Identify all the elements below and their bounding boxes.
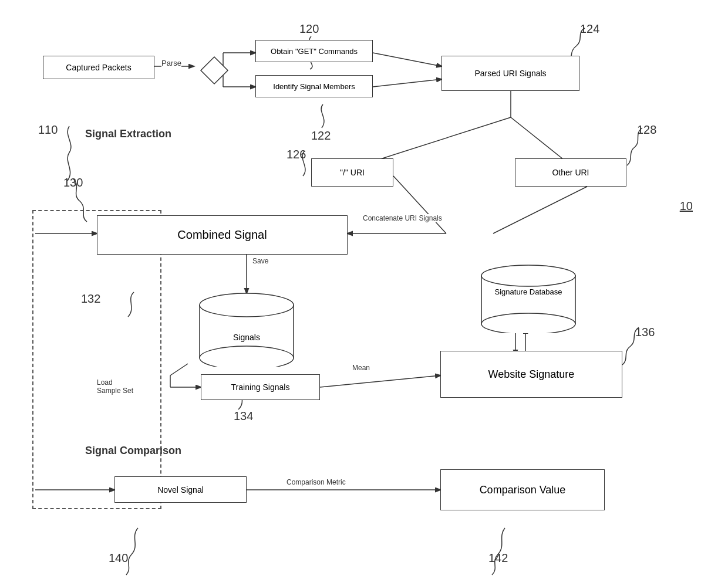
ref-124: 124 xyxy=(580,22,599,36)
training-signals-box: Training Signals xyxy=(201,374,320,400)
signals-cylinder: Signals xyxy=(194,290,299,367)
ref-120: 120 xyxy=(299,22,319,36)
slash-uri-label: "/" URI xyxy=(340,168,365,177)
obtain-get-box: Obtain "GET" Commands xyxy=(255,40,373,62)
combined-signal-box: Combined Signal xyxy=(97,215,348,255)
ref-126: 126 xyxy=(287,148,306,161)
svg-line-12 xyxy=(493,187,587,233)
ref-132: 132 xyxy=(81,292,100,306)
other-uri-box: Other URI xyxy=(515,158,626,187)
comparison-value-box: Comparison Value xyxy=(440,469,605,510)
signal-extraction-label: Signal Extraction xyxy=(85,128,171,140)
svg-line-8 xyxy=(364,117,511,164)
svg-line-9 xyxy=(511,117,569,164)
ref-130: 130 xyxy=(63,176,83,189)
concatenate-label: Concatenate URI Signals xyxy=(363,214,442,222)
svg-line-6 xyxy=(373,79,441,87)
novel-signal-label: Novel Signal xyxy=(157,485,204,495)
svg-line-17 xyxy=(320,375,440,387)
ref-122: 122 xyxy=(311,129,331,143)
comparison-metric-label: Comparison Metric xyxy=(287,478,346,486)
comparison-value-label: Comparison Value xyxy=(480,484,566,496)
ref-110: 110 xyxy=(38,123,58,137)
website-signature-label: Website Signature xyxy=(488,368,575,381)
ref-136: 136 xyxy=(635,326,655,339)
mean-label: Mean xyxy=(352,364,370,372)
combined-signal-label: Combined Signal xyxy=(177,228,267,242)
signature-db-label: Signature Database xyxy=(476,287,581,296)
identify-signal-label: Identify Signal Members xyxy=(273,82,355,91)
svg-point-29 xyxy=(481,313,575,333)
parse-label: Parse xyxy=(161,59,181,67)
captured-packets-label: Captured Packets xyxy=(66,63,131,72)
diagram-container: 10 110 120 122 124 126 128 130 132 134 1… xyxy=(0,0,728,579)
identify-signal-box: Identify Signal Members xyxy=(255,75,373,97)
website-signature-box: Website Signature xyxy=(440,351,622,398)
signals-label: Signals xyxy=(194,333,299,342)
slash-uri-box: "/" URI xyxy=(311,158,393,187)
svg-marker-23 xyxy=(201,57,228,84)
save-label: Save xyxy=(252,257,268,265)
other-uri-label: Other URI xyxy=(552,168,589,177)
ref-142: 142 xyxy=(488,551,508,565)
ref-140: 140 xyxy=(109,551,128,565)
svg-line-10 xyxy=(393,176,446,233)
load-sample-set-label: Load Sample Set xyxy=(97,378,133,395)
captured-packets-box: Captured Packets xyxy=(43,56,154,79)
svg-line-5 xyxy=(373,53,441,66)
obtain-get-label: Obtain "GET" Commands xyxy=(271,47,358,56)
signal-comparison-label: Signal Comparison xyxy=(85,445,181,457)
dashed-section-box xyxy=(32,210,161,509)
ref-134: 134 xyxy=(234,409,253,423)
svg-line-14 xyxy=(170,364,188,375)
signature-db-cylinder: Signature Database xyxy=(476,263,581,333)
svg-point-25 xyxy=(200,293,294,317)
svg-point-28 xyxy=(481,265,575,286)
ref-128: 128 xyxy=(637,123,656,137)
novel-signal-box: Novel Signal xyxy=(114,476,247,503)
training-signals-label: Training Signals xyxy=(231,382,290,392)
parsed-uri-label: Parsed URI Signals xyxy=(474,69,546,78)
parsed-uri-box: Parsed URI Signals xyxy=(441,56,579,91)
parse-diamond xyxy=(200,56,229,85)
ref-10: 10 xyxy=(680,199,693,213)
svg-point-26 xyxy=(200,346,294,367)
